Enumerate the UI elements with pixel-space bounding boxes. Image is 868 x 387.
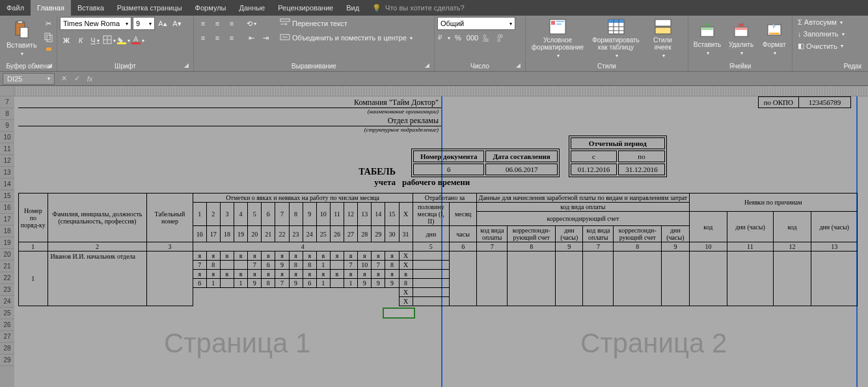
orientation-button[interactable]: ⟲▾ [245, 17, 258, 30]
svg-text:.00: .00 [482, 38, 489, 42]
menu-data[interactable]: Данные [232, 0, 271, 16]
increase-decimal-button[interactable]: .0.00 [480, 31, 493, 44]
clear-button[interactable]: ◧Очистить▾ [795, 40, 861, 51]
fill-color-button[interactable]: ▾ [117, 34, 130, 47]
tell-me-search[interactable]: 💡 Что вы хотите сделать? [366, 0, 471, 16]
row-header[interactable]: 13 [0, 167, 14, 179]
comma-style-button[interactable]: 000 [466, 31, 479, 44]
format-as-table-button[interactable]: Форматировать как таблицу▾ [588, 17, 644, 60]
font-size-dropdown[interactable]: 9▾ [133, 17, 155, 30]
tell-me-placeholder: Что вы хотите сделать? [385, 4, 465, 12]
row-header[interactable]: 14 [0, 179, 14, 190]
italic-button[interactable]: К [74, 34, 87, 47]
company-name[interactable]: Компания "Тайм Доктор" [354, 98, 439, 108]
menu-view[interactable]: Вид [340, 0, 366, 16]
row-header[interactable]: 21 [0, 261, 14, 272]
paste-button[interactable]: Вставить ▾ [3, 17, 41, 60]
increase-font-button[interactable]: A▴ [156, 17, 169, 30]
enter-formula-button[interactable]: ✓ [70, 74, 83, 83]
menu-formulas[interactable]: Формулы [189, 0, 233, 16]
insert-function-button[interactable]: fx [83, 75, 96, 83]
row-header[interactable]: 28 [0, 343, 14, 354]
cut-button[interactable]: ✂ [42, 17, 55, 30]
insert-cells-button[interactable]: Вставить▾ [691, 17, 724, 60]
row-header[interactable]: 10 [0, 132, 14, 143]
font-color-button[interactable]: A▾ [131, 34, 144, 47]
menu-insert[interactable]: Вставка [71, 0, 111, 16]
department-name[interactable]: Отдел рекламы [388, 116, 439, 126]
row-header[interactable]: 26 [0, 319, 14, 331]
row-header[interactable]: 19 [0, 237, 14, 249]
row-header[interactable]: 15 [0, 190, 14, 202]
autosum-button[interactable]: ΣАвтосумм▾ [795, 17, 861, 27]
row-header[interactable]: 24 [0, 296, 14, 308]
paste-icon [12, 21, 31, 39]
okpo-value[interactable]: 123456789 [799, 96, 851, 108]
row-headers[interactable]: 7 8 9 10 11 12 13 14 15 16 17 18 19 20 2… [0, 96, 14, 387]
conditional-formatting-button[interactable]: Условное форматирование▾ [528, 17, 587, 60]
align-left-button[interactable]: ≡ [197, 31, 210, 44]
align-middle-icon: ≡ [215, 20, 219, 27]
menu-home[interactable]: Главная [31, 0, 71, 16]
number-launcher[interactable]: ◢ [516, 62, 524, 70]
bold-button[interactable]: Ж [60, 34, 73, 47]
doc-date[interactable]: 06.06.2017 [485, 164, 557, 175]
font-launcher[interactable]: ◢ [184, 62, 192, 70]
row-header[interactable]: 18 [0, 225, 14, 237]
cancel-formula-button[interactable]: ✕ [57, 74, 70, 83]
decrease-decimal-button[interactable]: .00.0 [495, 31, 508, 44]
row-header[interactable]: 29 [0, 354, 14, 366]
fill-button[interactable]: ↓Заполнить▾ [795, 29, 861, 39]
decrease-font-button[interactable]: A▾ [170, 17, 183, 30]
cells-area[interactable]: Страница 1 Страница 2 по ОКПО 123456789 … [14, 96, 868, 387]
row-header[interactable]: 7 [0, 96, 14, 108]
copy-button[interactable] [42, 31, 55, 44]
merge-center-button[interactable]: Объединить и поместить в центре▾ [277, 31, 415, 44]
format-cells-button[interactable]: Формат▾ [759, 17, 790, 60]
column-headers[interactable] [0, 86, 868, 96]
format-painter-button[interactable] [42, 46, 55, 59]
row-header[interactable]: 23 [0, 284, 14, 296]
row-header[interactable]: 16 [0, 202, 14, 214]
menu-page-layout[interactable]: Разметка страницы [111, 0, 189, 16]
menu-file[interactable]: Файл [0, 0, 31, 16]
cell-styles-button[interactable]: Стили ячеек▾ [645, 17, 681, 60]
percent-button[interactable]: % [452, 31, 465, 44]
row-header[interactable]: 11 [0, 143, 14, 155]
font-name-dropdown[interactable]: Times New Roma▾ [60, 17, 131, 30]
wrap-text-button[interactable]: Перенести текст [277, 17, 415, 30]
formula-input[interactable] [96, 78, 868, 80]
row-header[interactable]: 27 [0, 331, 14, 343]
row-header[interactable]: 20 [0, 249, 14, 261]
align-top-button[interactable]: ≡ [197, 17, 210, 30]
department-note: (структурное подразделение) [18, 126, 441, 133]
align-middle-button[interactable]: ≡ [211, 17, 224, 30]
align-bottom-button[interactable]: ≡ [225, 17, 238, 30]
row-header[interactable]: 22 [0, 272, 14, 284]
period-from[interactable]: 01.12.2016 [571, 164, 617, 175]
increase-indent-button[interactable]: ⇥ [259, 31, 272, 44]
decrease-indent-button[interactable]: ⇤ [245, 31, 258, 44]
borders-button[interactable]: ▾ [103, 34, 116, 47]
row-header[interactable]: 25 [0, 308, 14, 319]
clipboard-launcher[interactable]: ◢ [47, 62, 55, 70]
doc-number[interactable]: 6 [413, 164, 484, 175]
alignment-launcher[interactable]: ◢ [425, 62, 433, 70]
select-all-corner[interactable] [0, 86, 14, 96]
row-header[interactable]: 17 [0, 214, 14, 225]
delete-cells-button[interactable]: Удалить▾ [725, 17, 757, 60]
row-header[interactable]: 9 [0, 120, 14, 132]
number-format-dropdown[interactable]: Общий▾ [437, 17, 515, 30]
timesheet-table[interactable]: Номер по поряд-ку Фамилия, инициалы, дол… [18, 193, 858, 306]
align-right-button[interactable]: ≡ [225, 31, 238, 44]
table-row[interactable]: 1 Иванов И.И. начальник отдела яяввяяяяя… [19, 251, 858, 261]
name-box[interactable]: DI25▾ [3, 73, 55, 85]
column-header-strip[interactable] [14, 86, 868, 96]
menu-review[interactable]: Рецензирование [271, 0, 340, 16]
row-header[interactable]: 8 [0, 108, 14, 120]
row-header[interactable]: 12 [0, 155, 14, 167]
accounting-format-button[interactable]: ₽▾ [437, 31, 450, 44]
underline-button[interactable]: Ч▾ [88, 34, 102, 47]
period-to[interactable]: 31.12.2016 [618, 164, 665, 175]
align-center-button[interactable]: ≡ [211, 31, 224, 44]
